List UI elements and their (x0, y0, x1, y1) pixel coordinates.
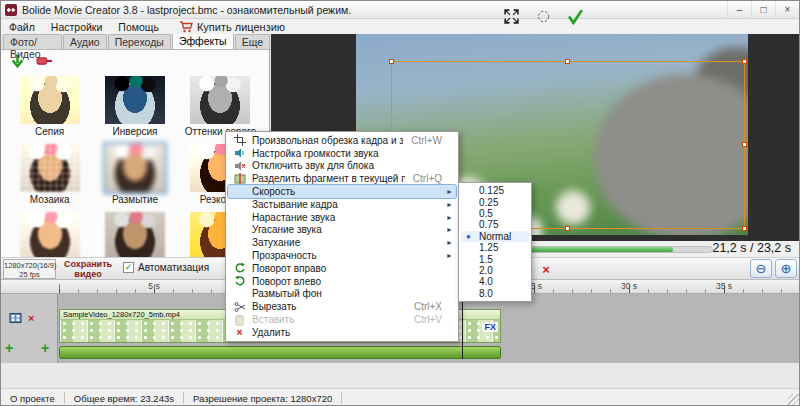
tab-more[interactable]: Еще (235, 34, 270, 49)
automation-control[interactable]: ✓ Автоматизация (123, 262, 209, 273)
zoom-out-button[interactable]: ⊖ (750, 259, 772, 278)
add-track-button[interactable]: + (5, 341, 13, 355)
menu-item-rotate-left[interactable]: Поворот влево (228, 275, 456, 288)
speed-option-05[interactable]: 0.5 (461, 208, 529, 219)
ruler-mark: 30 s (621, 281, 637, 291)
save-video-button[interactable]: Сохранить видео (59, 259, 117, 280)
effect-dilate[interactable]: Расширение (7, 212, 92, 257)
video-track-icon[interactable] (9, 312, 22, 324)
chevron-right-icon: ► (446, 239, 453, 246)
delete-x-icon: × (232, 326, 247, 338)
project-resolution-label: 1280x720(16/9) (4, 261, 55, 270)
apply-check-icon[interactable] (565, 6, 585, 26)
effect-blur[interactable]: Размытие (92, 144, 177, 205)
statusbar-separator (341, 392, 342, 404)
menu-item-fade-in-audio[interactable]: Нарастание звука ► (228, 211, 456, 224)
speed-option-125[interactable]: 1.25 (461, 242, 529, 253)
zoom-in-button[interactable]: ⊕ (775, 259, 797, 278)
menu-item-cut[interactable]: Вырезать Ctrl+X (228, 300, 456, 313)
speed-option-025[interactable]: 0.25 (461, 196, 529, 207)
crop-handle[interactable] (742, 142, 747, 147)
menu-item-split[interactable]: Разделить фрагмент в текущей позиции Ctr… (228, 172, 456, 185)
menu-bar: Файл Настройки Помощь Купить лицензию (1, 19, 799, 34)
tab-audio[interactable]: Аудио (63, 34, 107, 49)
expand-icon[interactable] (501, 6, 521, 26)
fx-badge: FX (482, 322, 498, 332)
menu-item-fade-out-audio[interactable]: Угасание звука ► (228, 224, 456, 237)
scissors-icon (232, 301, 247, 313)
rotate-right-icon (232, 262, 247, 274)
menu-item-crop-zoom[interactable]: Произвольная обрезка кадра и зум Ctrl+W (228, 134, 456, 147)
add-track-button[interactable]: + (41, 341, 49, 355)
ruler-mark: 5 s (148, 281, 159, 291)
minimize-button[interactable]: – (727, 1, 751, 18)
effect-thumbnail (20, 76, 80, 124)
menu-item-freeze-frame[interactable]: Застывание кадра ► (228, 198, 456, 211)
speed-submenu: 0.125 0.25 0.5 0.75 ● Normal 1.25 1.5 2.… (458, 182, 532, 302)
app-logo-icon (5, 4, 17, 16)
audio-waveform-bar[interactable] (59, 346, 501, 359)
menu-item-mute-block[interactable]: Отключить звук для блока (228, 160, 456, 173)
effect-sepia[interactable]: Сепия (7, 76, 92, 137)
effect-erode[interactable]: Эрозия (92, 212, 177, 257)
crop-icon (232, 134, 247, 146)
remove-track-icon[interactable]: × (28, 312, 34, 324)
speaker-muted-icon (232, 160, 247, 172)
effect-thumbnail (20, 212, 80, 257)
status-bar: О проекте Общее время: 23.243s Разрешени… (1, 388, 800, 406)
total-time-label: Общее время: 23.243s (65, 393, 183, 404)
buy-license-label: Купить лицензию (197, 21, 285, 33)
effect-thumbnail (190, 76, 250, 124)
menu-file[interactable]: Файл (1, 21, 43, 33)
effect-thumbnail (105, 212, 165, 257)
tab-transitions[interactable]: Переходы (108, 34, 171, 49)
crop-handle[interactable] (742, 59, 747, 64)
effect-mosaic[interactable]: Мозаика (7, 144, 92, 205)
menu-item-blurred-background[interactable]: Размытый фон (228, 288, 456, 301)
maximize-button[interactable]: □ (751, 1, 775, 18)
about-project-button[interactable]: О проекте (1, 393, 64, 404)
chevron-right-icon: ► (446, 214, 453, 221)
delete-button[interactable]: × (536, 260, 556, 279)
menu-settings[interactable]: Настройки (43, 21, 111, 33)
menu-item-delete[interactable]: × Удалить (228, 326, 456, 339)
speed-option-15[interactable]: 1.5 (461, 253, 529, 264)
crop-handle[interactable] (389, 59, 394, 64)
menu-help[interactable]: Помощь (110, 21, 167, 33)
paste-icon (232, 314, 247, 326)
speed-option-normal[interactable]: ● Normal (461, 231, 529, 242)
resize-grip[interactable] (788, 394, 800, 406)
menu-item-speed[interactable]: Скорость ► (228, 185, 456, 198)
crop-handle[interactable] (742, 226, 747, 231)
automation-checkbox[interactable]: ✓ (123, 262, 134, 273)
menu-item-paste: Вставить Ctrl+V (228, 313, 456, 326)
chevron-right-icon: ► (446, 226, 453, 233)
buy-license-button[interactable]: Купить лицензию (179, 21, 285, 33)
effect-invert[interactable]: Инверсия (92, 76, 177, 137)
menu-item-opacity[interactable]: Прозрачность ► (228, 249, 456, 262)
crop-tools (501, 6, 585, 26)
speed-option-80[interactable]: 8.0 (461, 288, 529, 299)
speed-option-075[interactable]: 0.75 (461, 219, 529, 230)
speed-option-0125[interactable]: 0.125 (461, 185, 529, 196)
speed-option-20[interactable]: 2.0 (461, 265, 529, 276)
close-button[interactable]: × (775, 1, 799, 18)
crop-handle[interactable] (565, 226, 570, 231)
tab-effects[interactable]: Эффекты (172, 33, 234, 49)
menu-item-volume[interactable]: Настройка громкости звука (228, 147, 456, 160)
rotate-left-icon (232, 275, 247, 287)
zoom-controls: ⊖ ⊕ (750, 259, 797, 278)
title-bar: Bolide Movie Creator 3.8 - lastproject.b… (1, 1, 799, 19)
effect-grayscale[interactable]: Оттенки серого (178, 76, 263, 137)
playhead-line (462, 292, 463, 359)
crop-circle-icon[interactable] (533, 6, 553, 26)
speed-option-40[interactable]: 4.0 (461, 276, 529, 287)
speaker-icon (232, 147, 247, 159)
menu-item-fade[interactable]: Затухание ► (228, 236, 456, 249)
menu-item-rotate-right[interactable]: Поворот вправо (228, 262, 456, 275)
project-format-box[interactable]: 1280x720(16/9) 25 fps (3, 259, 56, 279)
tab-photo-video[interactable]: Фото/Видео (3, 34, 62, 49)
effect-thumbnail (20, 144, 80, 192)
time-display: 21,2 s / 23,2 s (712, 241, 791, 255)
crop-handle[interactable] (565, 59, 570, 64)
